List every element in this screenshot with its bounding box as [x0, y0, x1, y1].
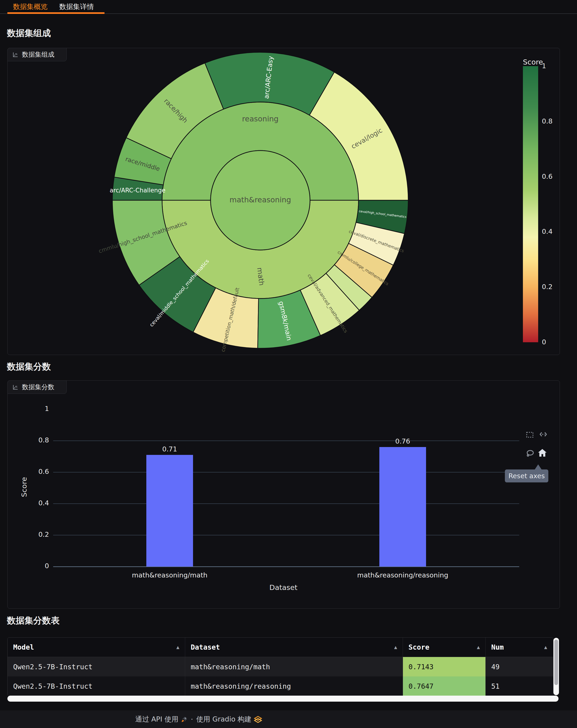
gridline	[53, 535, 519, 535]
y-tick-label: 0.8	[28, 436, 49, 444]
colorbar-tick-label: 0.6	[542, 173, 552, 180]
colorbar-title: Score	[523, 58, 543, 66]
table-cell: Qwen2.5-7B-Instruct	[8, 676, 185, 696]
x-tick-label: math&reasoning/reasoning	[333, 571, 472, 579]
rocket-icon	[181, 716, 188, 723]
y-tick-label: 0	[28, 562, 49, 570]
tooltip-text: Reset axes	[508, 472, 545, 480]
table-header-score[interactable]: Score▲	[403, 638, 486, 657]
x-axis-title: Dataset	[269, 583, 297, 592]
y-tick-label: 0.2	[28, 530, 49, 538]
table-cell: math&reasoning/math	[185, 657, 403, 676]
header-label: Dataset	[191, 643, 220, 651]
header-label: Model	[13, 643, 34, 651]
built-with-gradio-link[interactable]: 使用 Gradio 构建	[196, 714, 262, 724]
y-tick-label: 1	[28, 405, 49, 413]
footer-separator: ·	[191, 715, 193, 723]
header-label: Score	[409, 643, 429, 651]
gridline	[53, 441, 519, 441]
sunburst-label: reasoning	[242, 114, 279, 123]
table-header-row: Model▲Dataset▲Score▲Num▲	[8, 638, 553, 657]
gridline	[53, 472, 519, 472]
sort-arrow-icon[interactable]: ▲	[477, 644, 480, 650]
bar[interactable]	[379, 447, 426, 567]
use-via-api-link[interactable]: 通过 API 使用	[135, 714, 188, 724]
table-row[interactable]: Qwen2.5-7B-Instructmath&reasoning/reason…	[8, 676, 553, 696]
gradio-logo-icon	[254, 716, 262, 723]
y-tick-label: 0.6	[28, 468, 49, 475]
bar[interactable]	[146, 455, 193, 567]
table-cell: 0.7143	[403, 657, 486, 676]
y-tick-label: 0.4	[28, 499, 49, 507]
chart-icon	[12, 384, 19, 390]
reset-axes-tooltip: Reset axes	[505, 469, 548, 483]
colorbar-tick-label: 0.8	[542, 117, 552, 125]
colorbar-tick-label: 1	[542, 62, 546, 70]
table-row[interactable]: Qwen2.5-7B-Instructmath&reasoning/math0.…	[8, 657, 553, 676]
scores-panel-label[interactable]: 数据集分数	[7, 381, 67, 394]
app-root: 数据集概览 数据集详情 数据集组成 数据集组成 math&reasoningre…	[0, 0, 577, 728]
sunburst-label: arc/ARC-Challenge	[110, 187, 165, 194]
reset-axes-home-icon[interactable]	[536, 447, 548, 458]
gridline	[53, 503, 519, 504]
colorbar-tick-label: 0	[542, 338, 546, 346]
sunburst-chart[interactable]: math&reasoningreasoningmathceval/logicar…	[8, 48, 516, 354]
x-axis-baseline	[53, 566, 519, 567]
tooltip-pointer	[534, 464, 542, 470]
composition-section-title: 数据集组成	[7, 27, 51, 39]
scores-panel	[7, 381, 560, 609]
table-header-dataset[interactable]: Dataset▲	[185, 638, 403, 657]
box-select-icon[interactable]	[524, 429, 536, 440]
sort-arrow-icon[interactable]: ▲	[544, 644, 547, 650]
scores-panel-label-text: 数据集分数	[22, 383, 54, 392]
tab-dataset-detail[interactable]: 数据集详情	[59, 0, 94, 14]
table-cell: 51	[486, 676, 553, 696]
sunburst-label: math&reasoning	[230, 196, 291, 204]
table-cell: math&reasoning/reasoning	[185, 676, 403, 696]
autoscale-icon[interactable]	[537, 429, 549, 440]
scores-section-title: 数据集分数	[7, 361, 51, 372]
table-section-title: 数据集分数表	[7, 615, 60, 626]
footer-strip	[0, 710, 577, 728]
built-with-gradio-label: 使用 Gradio 构建	[196, 714, 252, 724]
table-vertical-scrollbar[interactable]	[553, 638, 559, 695]
sort-arrow-icon[interactable]: ▲	[176, 644, 179, 650]
sort-arrow-icon[interactable]: ▲	[394, 644, 397, 650]
header-label: Num	[491, 643, 504, 651]
table-header-model[interactable]: Model▲	[8, 638, 185, 657]
footer: 通过 API 使用 · 使用 Gradio 构建	[135, 714, 262, 724]
y-axis-title: Score	[20, 477, 28, 497]
table-cell: 0.7647	[403, 676, 486, 696]
table-cell: 49	[486, 657, 553, 676]
table-horizontal-scrollbar[interactable]	[7, 696, 558, 702]
tab-dataset-overview[interactable]: 数据集概览	[13, 0, 48, 14]
bar-value-label: 0.76	[379, 437, 426, 445]
colorbar-tick-label: 0.4	[542, 228, 552, 235]
table-cell: Qwen2.5-7B-Instruct	[8, 657, 185, 676]
colorbar	[523, 66, 538, 342]
x-tick-label: math&reasoning/math	[100, 571, 239, 579]
scrollbar-thumb[interactable]	[554, 640, 558, 685]
bar-value-label: 0.71	[147, 445, 193, 453]
score-table: Model▲Dataset▲Score▲Num▲Qwen2.5-7B-Instr…	[7, 638, 553, 696]
table-header-num[interactable]: Num▲	[486, 638, 553, 657]
lasso-select-icon[interactable]	[524, 448, 536, 459]
use-via-api-label: 通过 API 使用	[135, 714, 179, 724]
colorbar-tick-label: 0.2	[542, 283, 552, 291]
